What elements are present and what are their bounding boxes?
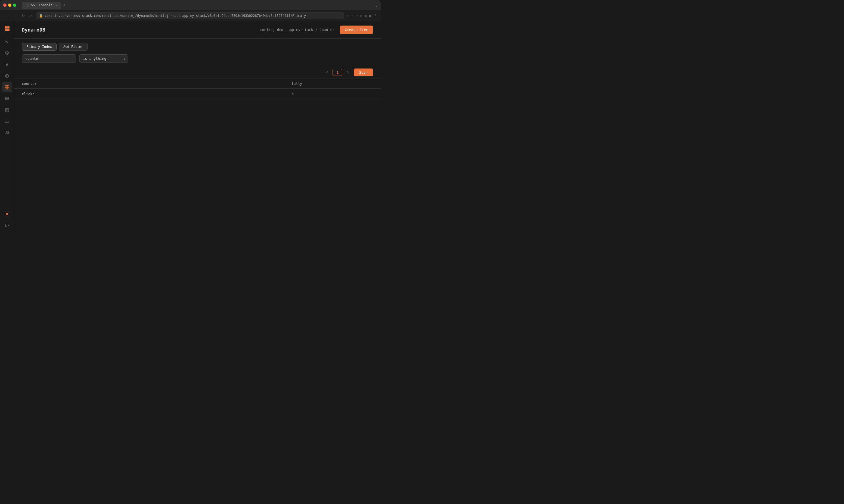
tab-bar: ⬛ SST Console ✕ +: [22, 2, 373, 9]
create-item-button[interactable]: Create Item: [340, 25, 373, 34]
sidebar-item-notifications[interactable]: [2, 116, 12, 127]
svg-point-19: [7, 131, 9, 133]
page-title: DynamoDB: [22, 27, 46, 33]
sidebar-bottom: [2, 209, 12, 231]
svg-point-20: [6, 213, 7, 215]
back-button[interactable]: ←: [3, 13, 9, 18]
table-cell-tally: 3: [291, 92, 373, 96]
table-header: counter tally: [14, 79, 381, 89]
data-table: counter tally clicks 3: [14, 79, 381, 234]
sidebar-logo: [3, 24, 12, 33]
svg-point-18: [6, 131, 7, 133]
forward-button[interactable]: →: [12, 13, 18, 18]
svg-rect-2: [5, 29, 7, 31]
breadcrumb: manitej-demo-app-my-stack / Counter: [260, 28, 335, 32]
svg-marker-5: [5, 51, 9, 54]
sidebar-item-globe[interactable]: [2, 71, 12, 81]
table-cell-counter: clicks: [22, 92, 291, 96]
pagination-row: < 1 > Scan: [14, 66, 381, 79]
svg-rect-3: [7, 29, 10, 31]
address-icons: ⬆ ☆ ◯ ⚙ ▥ ● ⋮: [347, 14, 377, 18]
sidebar-item-users[interactable]: [2, 128, 12, 138]
window-controls-right: ⌄: [376, 3, 377, 7]
prev-page-button[interactable]: <: [324, 69, 330, 76]
column-header-tally: tally: [291, 82, 373, 86]
new-tab-button[interactable]: +: [61, 3, 68, 7]
primary-index-tab[interactable]: Primary Index: [22, 43, 57, 51]
sidebar-item-box[interactable]: [2, 105, 12, 115]
scan-button[interactable]: Scan: [354, 69, 373, 76]
sidebar-item-settings[interactable]: [2, 209, 12, 219]
sidebar-item-layers[interactable]: [2, 48, 12, 58]
home-button[interactable]: ⌂: [29, 13, 33, 18]
svg-rect-13: [7, 88, 9, 89]
filter-key-input[interactable]: [22, 54, 76, 63]
refresh-button[interactable]: ↻: [21, 13, 26, 18]
sidebar-toggle-icon[interactable]: ▥: [365, 14, 367, 18]
window-chrome: ⬛ SST Console ✕ + ⌄: [0, 0, 381, 10]
profile-icon[interactable]: ●: [369, 14, 372, 18]
sidebar: [0, 21, 14, 234]
header-right: manitej-demo-app-my-stack / Counter Crea…: [260, 25, 373, 34]
sidebar-item-storage[interactable]: [2, 93, 12, 104]
content-header: DynamoDB manitej-demo-app-my-stack / Cou…: [14, 21, 381, 39]
tab-icon: ⬛: [25, 3, 29, 7]
table-row[interactable]: clicks 3: [14, 89, 381, 100]
bookmark-icon[interactable]: ☆: [351, 14, 354, 18]
extension-icon[interactable]: ⚙: [360, 14, 362, 18]
address-bar: ← → ↻ ⌂ 🔒 console.serverless-stack.com/r…: [0, 10, 381, 21]
svg-rect-10: [5, 85, 7, 87]
svg-rect-11: [7, 85, 9, 87]
account-icon[interactable]: ◯: [356, 14, 358, 18]
lock-icon: 🔒: [39, 14, 43, 18]
svg-rect-1: [7, 26, 10, 29]
main-content: DynamoDB manitej-demo-app-my-stack / Cou…: [14, 21, 381, 234]
url-bar[interactable]: 🔒 console.serverless-stack.com/react-app…: [36, 13, 344, 19]
svg-rect-16: [6, 109, 8, 111]
svg-rect-12: [5, 88, 7, 89]
svg-rect-15: [5, 108, 9, 112]
minimize-button[interactable]: [8, 3, 12, 7]
sidebar-item-logout[interactable]: [2, 220, 12, 231]
tab-close-button[interactable]: ✕: [55, 3, 57, 7]
sidebar-item-database[interactable]: [2, 82, 12, 92]
filter-value-select-wrapper: is anything: [79, 54, 128, 63]
sidebar-item-events[interactable]: [2, 59, 12, 70]
svg-point-14: [5, 97, 9, 99]
filter-row: is anything: [22, 54, 373, 63]
menu-icon[interactable]: ⋮: [374, 14, 377, 18]
maximize-button[interactable]: [13, 3, 16, 7]
filter-tabs: Primary Index Add Filter: [22, 43, 373, 51]
add-filter-tab[interactable]: Add Filter: [59, 43, 88, 51]
app-layout: DynamoDB manitej-demo-app-my-stack / Cou…: [0, 21, 381, 234]
filter-value-select[interactable]: is anything: [79, 54, 128, 63]
traffic-lights: [3, 3, 16, 7]
close-button[interactable]: [3, 3, 6, 7]
url-text: console.serverless-stack.com/react-app/m…: [44, 14, 306, 18]
current-page-number: 1: [333, 69, 342, 76]
sidebar-item-terminal[interactable]: [2, 36, 12, 47]
tab-title: SST Console: [31, 3, 53, 7]
svg-marker-6: [5, 62, 9, 66]
next-page-button[interactable]: >: [344, 69, 351, 76]
share-icon[interactable]: ⬆: [347, 14, 349, 18]
browser-tab[interactable]: ⬛ SST Console ✕: [22, 2, 61, 9]
filter-bar: Primary Index Add Filter is anything: [14, 39, 381, 66]
column-header-counter: counter: [22, 82, 291, 86]
svg-rect-0: [5, 26, 7, 29]
